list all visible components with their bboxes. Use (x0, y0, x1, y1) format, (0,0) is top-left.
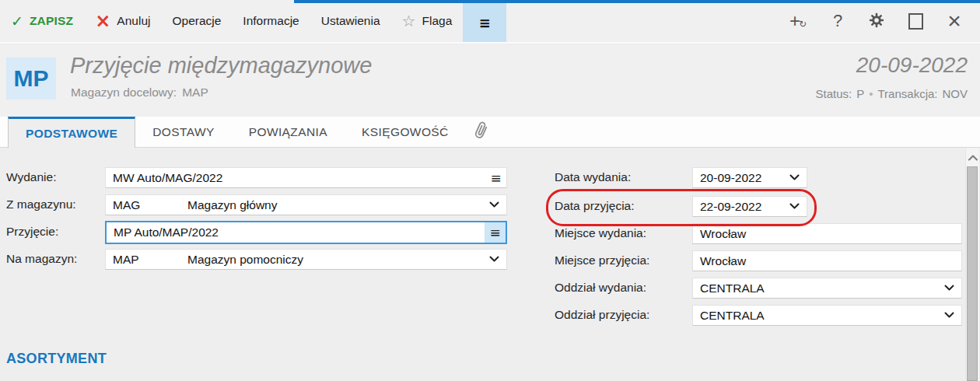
field-miejsce-wydania[interactable]: Wrocław (692, 223, 962, 244)
status-value: P (856, 87, 864, 100)
field-data-przyjecia[interactable]: 22-09-2022 (692, 196, 807, 217)
status-line: Status: P • Transakcja: NOV (816, 87, 968, 100)
close-button[interactable]: × (935, 0, 974, 42)
chevron-down-icon (782, 168, 807, 187)
chevron-down-icon (482, 250, 506, 269)
transaction-label: Transakcja: (878, 87, 938, 100)
tab-ksiegowosc[interactable]: KSIĘGOWOŚĆ (345, 117, 466, 147)
vertical-scrollbar (965, 148, 979, 381)
check-icon: ✓ (11, 12, 23, 30)
document-subtitle: Magazyn docelowy: MAP (71, 86, 208, 100)
tab-powiazania[interactable]: POWIĄZANIA (232, 117, 345, 147)
field-oddzial-wydania-value: CENTRALA (700, 281, 765, 295)
lookup-icon[interactable]: ≡ (485, 168, 506, 187)
cancel-x-icon: × (95, 12, 110, 30)
field-miejsce-przyjecia[interactable]: Wrocław (692, 250, 962, 271)
close-icon: × (947, 9, 961, 33)
maximize-icon (908, 13, 923, 30)
field-przyjecie-value: MP Auto/MAP/2022 (114, 225, 219, 239)
field-z-magazynu-value: Magazyn główny (187, 198, 277, 212)
document-date: 20-09-2022 (856, 53, 968, 78)
new-window-button[interactable]: + ↻ (779, 0, 818, 42)
label-oddzial-przyjecia: Oddział przyjęcia: (555, 308, 649, 322)
paperclip-icon (474, 120, 489, 145)
settings-gear-button[interactable] (857, 0, 896, 42)
field-oddzial-wydania[interactable]: CENTRALA (692, 278, 962, 299)
field-wydanie[interactable]: MW Auto/MAG/2022 ≡ (105, 167, 507, 188)
label-data-wydania: Data wydania: (555, 170, 631, 184)
help-icon: ? (833, 11, 842, 31)
flag-button[interactable]: ☆ Flaga (391, 0, 464, 42)
chevron-down-icon (782, 197, 807, 216)
label-z-magazynu: Z magazynu: (6, 197, 76, 211)
app-window: ✓ ZAPISZ × Anuluj Operacje Informacje Us… (0, 0, 980, 381)
chevron-down-icon (482, 195, 506, 215)
field-miejsce-wydania-value: Wrocław (700, 227, 746, 241)
field-przyjecie[interactable]: MP Auto/MAP/2022 ≡ (105, 221, 507, 244)
field-data-wydania-value: 20-09-2022 (700, 171, 761, 185)
window-controls: + ↻ ? (779, 0, 980, 42)
chevron-up-icon (968, 152, 978, 163)
target-warehouse-label: Magazyn docelowy: (71, 86, 177, 100)
star-icon: ☆ (402, 12, 416, 30)
chevron-down-icon (937, 306, 961, 325)
chevron-down-icon (937, 278, 961, 298)
label-data-przyjecia: Data przyjęcia: (555, 199, 635, 213)
hamburger-menu-button[interactable]: ≡ (463, 3, 506, 42)
menu-informacje[interactable]: Informacje (232, 0, 310, 42)
maximize-button[interactable] (896, 0, 935, 42)
transaction-value: NOV (942, 87, 968, 100)
field-z-magazynu-code: MAG (113, 198, 140, 212)
tab-dostawy[interactable]: DOSTAWY (135, 117, 231, 147)
menu-operacje[interactable]: Operacje (161, 0, 232, 42)
label-wydanie: Wydanie: (6, 170, 56, 184)
flag-label: Flaga (422, 14, 452, 28)
field-miejsce-przyjecia-value: Wrocław (700, 254, 746, 268)
status-label: Status: (816, 87, 852, 100)
document-type-badge: MP (6, 58, 56, 100)
scroll-up-button[interactable] (966, 150, 979, 164)
field-data-przyjecia-value: 22-09-2022 (700, 200, 761, 214)
field-data-wydania[interactable]: 20-09-2022 (692, 167, 807, 188)
label-oddzial-wydania: Oddział wydania: (555, 281, 646, 295)
scrollbar-thumb[interactable] (967, 166, 978, 381)
form-area: Wydanie: MW Auto/MAG/2022 ≡ Z magazynu: … (0, 148, 980, 381)
bullet-separator: • (869, 87, 873, 100)
help-button[interactable]: ? (818, 0, 857, 42)
attachments-button[interactable] (466, 117, 497, 147)
tab-bar: PODSTAWOWE DOSTAWY POWIĄZANIA KSIĘGOWOŚĆ (0, 117, 980, 148)
field-oddzial-przyjecia-value: CENTRALA (700, 309, 765, 323)
label-przyjecie: Przyjęcie: (6, 225, 58, 239)
field-oddzial-przyjecia[interactable]: CENTRALA (692, 305, 962, 326)
window-accent-strip (294, 0, 980, 3)
cancel-button[interactable]: × Anuluj (84, 0, 161, 42)
field-na-magazyn-code: MAP (113, 253, 139, 267)
gear-icon (868, 12, 885, 31)
field-z-magazynu[interactable]: MAG Magazyn główny (105, 194, 507, 215)
document-header: MP Przyjęcie międzymagazynowe Magazyn do… (0, 45, 980, 117)
tab-podstawowe[interactable]: PODSTAWOWE (8, 117, 135, 148)
toolbar: ✓ ZAPISZ × Anuluj Operacje Informacje Us… (0, 0, 980, 44)
lookup-icon[interactable]: ≡ (485, 222, 506, 243)
save-button[interactable]: ✓ ZAPISZ (0, 0, 84, 42)
menu-ustawienia[interactable]: Ustawienia (310, 0, 391, 42)
field-na-magazyn-value: Magazyn pomocniczy (187, 253, 303, 267)
label-miejsce-przyjecia: Miejsce przyjęcia: (555, 253, 649, 267)
target-warehouse-value: MAP (182, 86, 208, 100)
label-miejsce-wydania: Miejsce wydania: (555, 226, 646, 240)
cancel-label: Anuluj (117, 14, 150, 28)
section-title-asortyment: ASORTYMENT (6, 351, 107, 367)
label-na-magazyn: Na magazyn: (6, 252, 77, 266)
save-label: ZAPISZ (30, 14, 73, 28)
field-na-magazyn[interactable]: MAP Magazyn pomocniczy (105, 249, 507, 270)
page-title: Przyjęcie międzymagazynowe (70, 53, 372, 79)
hamburger-icon: ≡ (479, 15, 491, 31)
plus-refresh-icon: + ↻ (789, 12, 808, 30)
field-wydanie-value: MW Auto/MAG/2022 (113, 171, 222, 185)
